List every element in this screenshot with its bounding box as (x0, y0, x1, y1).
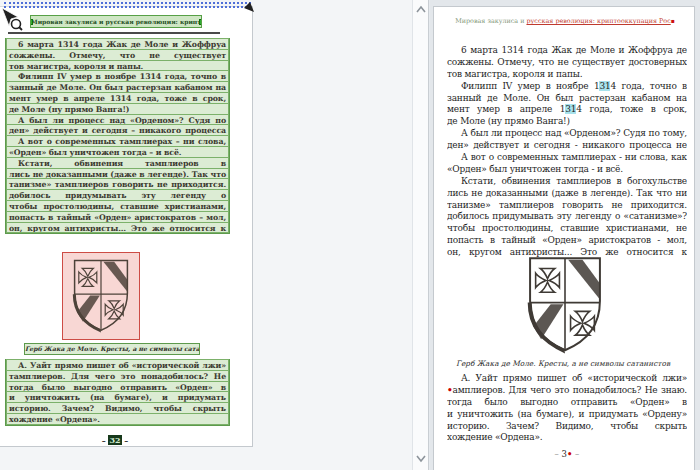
text-segment: танизме» тамплиеров говорить не приходит… (447, 200, 687, 212)
text-line: чтобы простолюдины, ставшие христианами,… (6, 200, 229, 212)
text-segment: амплиеров. Для чего это понадобилось? Не… (447, 385, 687, 397)
text-segment: мент умер в апреле 1314 года, тоже в сро… (9, 94, 226, 104)
image-zone[interactable] (62, 252, 140, 340)
text-segment: тамплиеров. Для чего это понадобилось? Н… (9, 372, 226, 382)
text-segment: – (122, 435, 129, 445)
text-line: А вот о современных тамплиерах - ни слов… (447, 152, 687, 164)
text-line: А был ли процесс над «Орденом»? Судя по … (6, 114, 229, 126)
scan-page-number: – 32 – (0, 435, 230, 445)
text-segment: ▪ (671, 17, 675, 24)
text-line: историю. Зачем? Видимо, чтобы скрыть «вч… (6, 402, 229, 414)
text-page-number: – 3• – (447, 449, 687, 459)
text-line: ден» действует и сегодня – никакого проц… (6, 124, 229, 136)
text-line: занный де Моле. Он был растерзан кабаном… (6, 81, 229, 93)
text-segment: хождение «Ордена». (9, 415, 100, 424)
text-line: сожжены. Отмечу, что не существует досто… (6, 49, 229, 61)
text-line: •амплиеров. Для чего это понадобилось? Н… (447, 385, 687, 397)
text-segment: сожжены. Отмечу, что не существует досто… (447, 57, 687, 69)
text-line: А вот о современных тамплиерах – ни слов… (6, 135, 229, 147)
text-segment: и уничтожить (на бумаге), и придумать «О… (9, 393, 226, 403)
text-segment: А. Уайт прямо пишет об «исторической лжи… (18, 361, 226, 371)
text-line: тогда было выгодно отправить «Орден» в д… (447, 397, 687, 409)
text-line: Филипп IV умер в ноябре 1314 года, точно… (6, 70, 229, 82)
text-pane[interactable]: Мировая закулиса и русская революция: кр… (430, 0, 700, 470)
text-zone-2[interactable]: А. Уайт прямо пишет об «исторической лжи… (5, 359, 230, 426)
text-segment: попасть в тайный «Орден» аристократов - … (447, 235, 687, 247)
text-segment: де Моле (ну прямо Ванга!) (9, 105, 129, 114)
text-line: мент умер в апреле 1314 года, тоже в сро… (6, 92, 229, 104)
text-line: Кстати, обвинения тамплиеров в богохульс… (447, 176, 687, 188)
text-line: А. Уайт прямо пишет об «исторической лжи… (447, 373, 687, 385)
text-line: танизме» тамплиеров говорить не приходит… (6, 178, 229, 190)
text-line: Кстати, обвинения тамплиеров в богохульс… (6, 157, 229, 169)
text-segment: и уничтожить (на бумаге), и придумать «О… (447, 409, 687, 421)
text-line: лись не доказанными (даже в легенде). Та… (447, 188, 687, 200)
text-segment: тогда было выгодно отправить «Орден» в д… (9, 383, 226, 393)
text-segment: попасть в тайный «Орден» аристократов – … (9, 213, 226, 223)
text-segment: ден» действует и сегодня – никакого проц… (9, 126, 226, 136)
text-segment: он, кругом антихристы… Это же относится … (9, 224, 226, 234)
vertical-scrollbar[interactable] (412, 0, 429, 470)
image-caption[interactable]: Герб Жака де Моле. Кресты, а не символы … (456, 359, 682, 368)
recognized-text-block-1[interactable]: 6 марта 1314 года Жак де Моле и Жоффруа … (447, 45, 687, 259)
text-segment: занный де Моле. Он был растерзан кабаном… (9, 83, 226, 93)
text-line: тогда было выгодно отправить «Орден» в д… (6, 381, 229, 393)
text-segment: «Орден» был уничтожен тогда – и всё. (9, 148, 181, 157)
text-line: тов магистра, короля и папы. (447, 69, 687, 81)
text-segment: – (555, 449, 562, 459)
recognized-text-page[interactable]: Мировая закулиса и русская революция: кр… (433, 6, 695, 470)
scroll-down-arrow[interactable] (415, 452, 427, 464)
text-segment: 6 марта 1314 года Жак де Моле и Жоффруа … (18, 40, 226, 50)
text-line: и уничтожить (на бумаге), и придумать «О… (6, 391, 229, 403)
text-line: историю. Зачем? Видимо, чтобы скрыть «вч… (447, 421, 687, 433)
text-segment: 32 (108, 435, 121, 445)
text-segment: занный де Моле. Он был растерзан кабаном… (447, 93, 687, 105)
text-segment: тогда было выгодно отправить «Орден» в д… (447, 397, 687, 409)
text-line: чтобы простолюдины, ставшие христианами,… (447, 223, 687, 235)
text-segment: добилось придумывать эту легенду о «сата… (9, 191, 226, 201)
resize-handle-right[interactable] (199, 19, 202, 25)
text-segment: чтобы простолюдины, ставшие христианами,… (447, 223, 687, 235)
text-segment: А вот о современных тамплиерах – ни слов… (18, 137, 226, 147)
recognized-text-block-2[interactable]: А. Уайт прямо пишет об «исторической лжи… (447, 373, 687, 444)
text-segment: Кстати, обвинения тамплиеров в богохульс… (18, 159, 226, 169)
text-segment: А был ли процесс над «Орденом»? Судя по … (18, 116, 226, 126)
caption-zone[interactable]: Герб Жака де Моле. Кресты, а не символы … (24, 343, 200, 355)
scan-header-zone[interactable]: Мировая закулиса и русская революция: кр… (30, 15, 202, 28)
zoom-cursor-icon (1, 7, 23, 31)
coat-of-arms-image (523, 255, 607, 355)
text-line: тамплиеров. Для чего это понадобилось? Н… (6, 370, 229, 382)
text-segment: Филипп IV умер в ноябре 1314 года, точно… (18, 72, 226, 82)
text-line: 6 марта 1314 года Жак де Моле и Жоффруа … (6, 38, 229, 50)
text-segment: танизме» тамплиеров говорить не приходит… (9, 180, 226, 190)
coat-of-arms-image (71, 258, 131, 334)
selection-marquee (4, 2, 251, 8)
text-segment: де Моле (ну прямо Ванга!) (447, 116, 570, 126)
scroll-up-arrow[interactable] (415, 4, 427, 16)
text-line: А был ли процесс над «Орденом»? Судя по … (447, 128, 687, 140)
text-line: 6 марта 1314 года Жак де Моле и Жоффруа … (447, 45, 687, 57)
text-segment: Кстати, обвинения тамплиеров в богохульс… (461, 176, 687, 188)
text-segment: 31 (565, 104, 576, 114)
recognized-image[interactable] (498, 255, 632, 355)
text-segment: историю. Зачем? Видимо, чтобы скрыть «вч… (447, 421, 687, 433)
text-segment: чтобы простолюдины, ставшие христианами,… (9, 202, 226, 212)
text-line: хождение «Ордена». (447, 432, 687, 444)
text-segment: тов магистра, короля и папы. (447, 69, 582, 79)
text-zone-1[interactable]: 6 марта 1314 года Жак де Моле и Жоффруа … (5, 38, 230, 234)
header-rule (8, 32, 220, 34)
text-line: танизме» тамплиеров говорить не приходит… (447, 200, 687, 212)
text-line: и уничтожить (на бумаге), и придумать «О… (447, 409, 687, 421)
text-line: сожжены. Отмечу, что не существует досто… (447, 57, 687, 69)
text-segment: А был ли процесс над «Орденом»? Судя по … (461, 128, 687, 140)
text-segment: русская революция: криптооккупация Рос (527, 17, 671, 25)
text-segment: тов магистра, короля и папы. (9, 62, 143, 71)
text-segment: лись не доказанными (даже в легенде). Та… (447, 188, 687, 200)
text-line: де Моле (ну прямо Ванга!) (447, 116, 687, 128)
resize-handle-left[interactable] (30, 19, 33, 25)
scanned-page[interactable]: Мировая закулиса и русская революция: кр… (0, 6, 253, 447)
image-pane[interactable]: Мировая закулиса и русская революция: кр… (0, 0, 412, 470)
text-segment: историю. Зачем? Видимо, чтобы скрыть «вч… (9, 404, 226, 414)
text-segment: «Орден» был уничтожен тогда - и всё. (447, 164, 623, 174)
text-line: добилось придумывать эту легенду о «сата… (447, 211, 687, 223)
